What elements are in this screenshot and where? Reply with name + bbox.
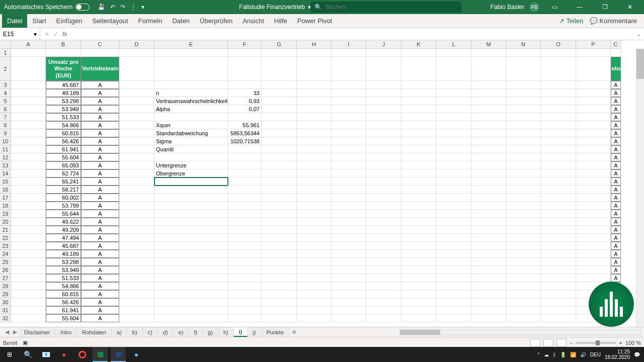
cell[interactable]: 60.002 [46, 194, 81, 202]
row-header[interactable]: 19 [0, 210, 11, 218]
cell[interactable] [11, 113, 46, 121]
cell[interactable]: A [81, 202, 119, 210]
cell[interactable]: 45.687 [46, 242, 81, 250]
cell[interactable]: 60.815 [46, 129, 81, 137]
cell[interactable] [471, 153, 506, 161]
cell[interactable]: A [611, 129, 621, 137]
cell[interactable] [228, 161, 262, 169]
cell[interactable] [332, 57, 366, 81]
cell[interactable] [436, 169, 471, 177]
cell[interactable] [471, 194, 506, 202]
cell[interactable] [154, 282, 228, 290]
cell[interactable] [366, 113, 401, 121]
add-sheet-button[interactable]: ⊕ [289, 329, 299, 335]
cell[interactable] [262, 210, 297, 218]
cell[interactable] [541, 250, 576, 258]
qat-dropdown-icon[interactable]: ▾ [141, 4, 144, 11]
cell[interactable] [297, 161, 332, 169]
cell[interactable] [297, 290, 332, 298]
cell[interactable] [506, 49, 541, 57]
cell[interactable]: 49.622 [46, 218, 81, 226]
chevron-down-icon[interactable]: ▾ [34, 31, 37, 38]
cell[interactable]: A [81, 186, 119, 194]
cell[interactable] [436, 121, 471, 129]
cell[interactable] [506, 266, 541, 274]
cell[interactable] [471, 274, 506, 282]
cell[interactable] [11, 242, 46, 250]
cell[interactable] [11, 121, 46, 129]
cell[interactable] [366, 202, 401, 210]
cell[interactable] [506, 250, 541, 258]
ribbon-tab-einfügen[interactable]: Einfügen [51, 14, 87, 28]
cell[interactable] [332, 210, 366, 218]
cell[interactable] [262, 234, 297, 242]
cell[interactable] [11, 81, 46, 89]
row-header[interactable]: 6 [0, 105, 11, 113]
cell[interactable]: 56.426 [46, 137, 81, 145]
onedrive-icon[interactable]: ☁ [544, 352, 549, 357]
cell[interactable] [506, 145, 541, 153]
cell[interactable] [576, 161, 611, 169]
cell[interactable] [262, 137, 297, 145]
cell[interactable] [228, 242, 262, 250]
cell[interactable]: 0,93 [228, 97, 262, 105]
sheet-tab[interactable]: Intro [55, 327, 77, 337]
cell[interactable] [401, 218, 436, 226]
cell[interactable] [154, 234, 228, 242]
cell[interactable] [576, 153, 611, 161]
column-header[interactable]: B [46, 40, 81, 49]
cell[interactable] [541, 57, 576, 81]
row-header[interactable]: 2 [0, 57, 11, 81]
row-header[interactable]: 21 [0, 226, 11, 234]
cell[interactable] [366, 234, 401, 242]
cell[interactable]: A [81, 258, 119, 266]
cell[interactable] [297, 137, 332, 145]
cell[interactable] [436, 282, 471, 290]
cell[interactable] [119, 145, 154, 153]
cell[interactable]: A [611, 177, 621, 186]
cell[interactable]: A [81, 194, 119, 202]
cell[interactable] [11, 250, 46, 258]
cell[interactable] [332, 49, 366, 57]
cell[interactable] [576, 129, 611, 137]
cell[interactable] [119, 121, 154, 129]
cell[interactable]: 55.644 [46, 210, 81, 218]
cell[interactable]: Alpha [154, 105, 228, 113]
tab-nav-next-icon[interactable]: ▶ [11, 329, 19, 335]
notifications-icon[interactable]: 💬 [634, 352, 640, 357]
cell[interactable] [11, 169, 46, 177]
cell[interactable] [119, 314, 154, 322]
cell[interactable]: 53.949 [46, 266, 81, 274]
ribbon-display-icon[interactable]: ▭ [544, 0, 565, 14]
zoom-slider[interactable] [576, 342, 616, 344]
cell[interactable] [471, 218, 506, 226]
cell[interactable] [506, 89, 541, 97]
scroll-thumb[interactable] [636, 49, 644, 79]
row-header[interactable]: 17 [0, 194, 11, 202]
search-taskbar-icon[interactable]: 🔍 [20, 347, 35, 362]
cell[interactable] [81, 49, 119, 57]
cell[interactable] [506, 282, 541, 290]
cell[interactable] [506, 298, 541, 306]
cell[interactable]: 54.866 [46, 282, 81, 290]
cell[interactable]: 65.241 [46, 177, 81, 186]
cell[interactable] [436, 242, 471, 250]
cell[interactable]: 56.426 [46, 298, 81, 306]
cell[interactable]: A [611, 121, 621, 129]
sheet-tab[interactable]: d) [158, 327, 174, 337]
maximize-icon[interactable]: ❐ [595, 0, 615, 14]
cell[interactable]: A [81, 210, 119, 218]
row-header[interactable]: 3 [0, 81, 11, 89]
row-header[interactable]: 27 [0, 274, 11, 282]
cell[interactable] [436, 210, 471, 218]
cell[interactable] [297, 177, 332, 186]
cell[interactable] [471, 250, 506, 258]
row-headers[interactable]: 1234567891011121314151617181920212223242… [0, 49, 11, 322]
share-button[interactable]: ↗ Teilen [559, 17, 584, 25]
cell[interactable] [506, 186, 541, 194]
cell[interactable] [401, 153, 436, 161]
cell[interactable] [119, 306, 154, 314]
row-header[interactable]: 24 [0, 250, 11, 258]
cell[interactable] [11, 57, 46, 81]
column-headers[interactable]: ABCDEFGHIJKLMNOPC [11, 40, 621, 49]
